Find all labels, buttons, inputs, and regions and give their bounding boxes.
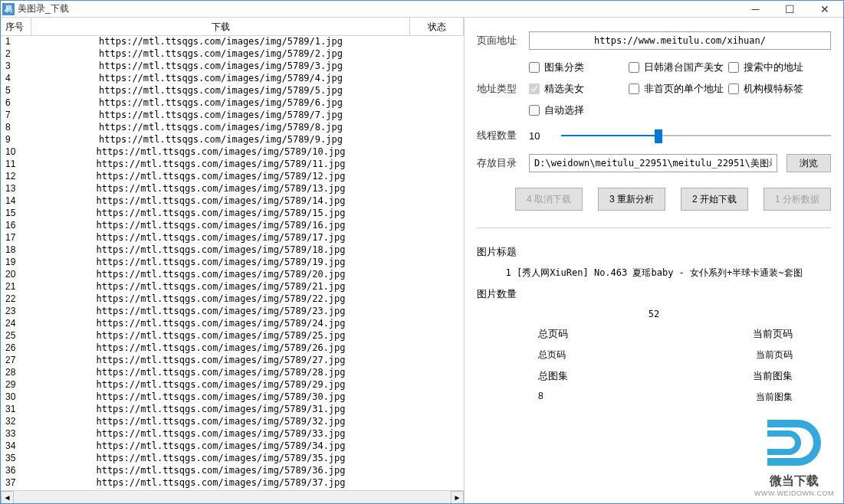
table-row[interactable]: 24https://mtl.ttsqgs.com/images/img/5789…	[1, 318, 464, 330]
slider-thumb[interactable]	[655, 129, 662, 143]
table-row[interactable]: 15https://mtl.ttsqgs.com/images/img/5789…	[1, 208, 464, 220]
table-row[interactable]: 4https://mtl.ttsqgs.com/images/img/5789/…	[1, 73, 464, 85]
table-row[interactable]: 27https://mtl.ttsqgs.com/images/img/5789…	[1, 355, 464, 367]
maximize-button[interactable]: ☐	[773, 2, 807, 17]
checkbox-gallery-category[interactable]: 图集分类	[529, 61, 629, 74]
cell-url: https://mtl.ttsqgs.com/images/img/5789/1…	[31, 257, 410, 269]
table-row[interactable]: 35https://mtl.ttsqgs.com/images/img/5789…	[1, 453, 464, 465]
cell-status	[410, 342, 464, 355]
reanalyze-button[interactable]: 3 重新分析	[598, 188, 665, 211]
table-row[interactable]: 3https://mtl.ttsqgs.com/images/img/5789/…	[1, 61, 464, 73]
cell-status	[410, 183, 464, 195]
cell-status	[410, 85, 464, 97]
close-button[interactable]: ✕	[807, 2, 842, 17]
table-row[interactable]: 31https://mtl.ttsqgs.com/images/img/5789…	[1, 404, 464, 416]
cell-seq: 9	[1, 134, 31, 146]
cell-seq: 34	[1, 440, 31, 453]
table-row[interactable]: 37https://mtl.ttsqgs.com/images/img/5789…	[1, 477, 464, 489]
start-download-button[interactable]: 2 开始下载	[681, 188, 748, 211]
cell-status	[410, 195, 464, 208]
checkbox-search-url[interactable]: 搜索中的地址	[728, 61, 828, 74]
table-row[interactable]: 28https://mtl.ttsqgs.com/images/img/5789…	[1, 367, 464, 379]
checkbox-auto-select[interactable]: 自动选择	[529, 103, 629, 117]
image-title-value: 1 [秀人网XiuRen] No.463 夏瑶baby - 女仆系列+半球卡通装…	[477, 267, 831, 280]
cell-url: https://mtl.ttsqgs.com/images/img/5789/2…	[31, 367, 410, 379]
current-gallery-label: 当前图集	[753, 369, 793, 383]
table-row[interactable]: 17https://mtl.ttsqgs.com/images/img/5789…	[1, 232, 464, 244]
cell-status	[410, 122, 464, 134]
page-url-label: 页面地址	[477, 34, 520, 47]
cell-url: https://mtl.ttsqgs.com/images/img/5789/2…	[31, 330, 410, 342]
divider	[477, 227, 831, 228]
table-row[interactable]: 1https://mtl.ttsqgs.com/images/img/5789/…	[1, 36, 464, 48]
cell-status	[410, 134, 464, 146]
cancel-download-button[interactable]: 4 取消下载	[515, 188, 583, 211]
table-row[interactable]: 36https://mtl.ttsqgs.com/images/img/5789…	[1, 465, 464, 477]
col-header-url[interactable]: 下载	[31, 18, 410, 35]
cell-seq: 27	[1, 355, 31, 367]
table-row[interactable]: 29https://mtl.ttsqgs.com/images/img/5789…	[1, 379, 464, 391]
table-row[interactable]: 2https://mtl.ttsqgs.com/images/img/5789/…	[1, 48, 464, 61]
cell-url: https://mtl.ttsqgs.com/images/img/5789/3…	[31, 416, 410, 428]
table-row[interactable]: 34https://mtl.ttsqgs.com/images/img/5789…	[1, 440, 464, 453]
table-row[interactable]: 13https://mtl.ttsqgs.com/images/img/5789…	[1, 183, 464, 195]
table-row[interactable]: 20https://mtl.ttsqgs.com/images/img/5789…	[1, 269, 464, 281]
table-row[interactable]: 14https://mtl.ttsqgs.com/images/img/5789…	[1, 195, 464, 208]
watermark-logo-icon	[760, 420, 829, 473]
table-row[interactable]: 25https://mtl.ttsqgs.com/images/img/5789…	[1, 330, 464, 342]
cell-seq: 14	[1, 195, 31, 208]
cell-status	[410, 416, 464, 428]
scroll-left-icon[interactable]: ◄	[1, 491, 14, 504]
table-row[interactable]: 23https://mtl.ttsqgs.com/images/img/5789…	[1, 306, 464, 318]
checkbox-org-model-tag[interactable]: 机构模特标签	[728, 82, 828, 96]
col-header-seq[interactable]: 序号	[1, 18, 31, 35]
table-body[interactable]: 1https://mtl.ttsqgs.com/images/img/5789/…	[1, 36, 464, 490]
page-url-input[interactable]	[529, 31, 831, 50]
total-gallery-value: 8	[538, 391, 544, 404]
save-dir-input[interactable]	[529, 154, 777, 172]
table-row[interactable]: 22https://mtl.ttsqgs.com/images/img/5789…	[1, 293, 464, 306]
table-row[interactable]: 9https://mtl.ttsqgs.com/images/img/5789/…	[1, 134, 464, 146]
cell-url: https://mtl.ttsqgs.com/images/img/5789/2…	[31, 269, 410, 281]
table-row[interactable]: 7https://mtl.ttsqgs.com/images/img/5789/…	[1, 110, 464, 122]
cell-seq: 8	[1, 122, 31, 134]
download-list-panel: 序号 下载 状态 1https://mtl.ttsqgs.com/images/…	[1, 18, 465, 503]
table-row[interactable]: 19https://mtl.ttsqgs.com/images/img/5789…	[1, 257, 464, 269]
cell-url: https://mtl.ttsqgs.com/images/img/5789/3…	[31, 453, 410, 465]
table-row[interactable]: 21https://mtl.ttsqgs.com/images/img/5789…	[1, 281, 464, 293]
table-row[interactable]: 16https://mtl.ttsqgs.com/images/img/5789…	[1, 220, 464, 232]
table-row[interactable]: 26https://mtl.ttsqgs.com/images/img/5789…	[1, 342, 464, 355]
minimize-button[interactable]: ─	[738, 2, 773, 17]
image-count-value: 52	[477, 309, 831, 319]
cell-url: https://mtl.ttsqgs.com/images/img/5789/3…	[31, 428, 410, 440]
checkbox-jp-kr-cn[interactable]: 日韩港台国产美女	[629, 61, 728, 74]
thread-slider[interactable]	[561, 128, 831, 143]
cell-url: https://mtl.ttsqgs.com/images/img/5789/2…	[31, 293, 410, 306]
table-row[interactable]: 8https://mtl.ttsqgs.com/images/img/5789/…	[1, 122, 464, 134]
cell-seq: 25	[1, 330, 31, 342]
browse-button[interactable]: 浏览	[787, 154, 831, 172]
col-header-status[interactable]: 状态	[410, 18, 464, 35]
table-row[interactable]: 33https://mtl.ttsqgs.com/images/img/5789…	[1, 428, 464, 440]
table-row[interactable]: 5https://mtl.ttsqgs.com/images/img/5789/…	[1, 85, 464, 97]
cell-seq: 29	[1, 379, 31, 391]
table-row[interactable]: 32https://mtl.ttsqgs.com/images/img/5789…	[1, 416, 464, 428]
scroll-track[interactable]	[14, 491, 451, 504]
cell-seq: 26	[1, 342, 31, 355]
table-row[interactable]: 18https://mtl.ttsqgs.com/images/img/5789…	[1, 244, 464, 257]
table-row[interactable]: 11https://mtl.ttsqgs.com/images/img/5789…	[1, 159, 464, 171]
cell-seq: 11	[1, 159, 31, 171]
scroll-right-icon[interactable]: ►	[451, 491, 464, 504]
analyze-data-button[interactable]: 1 分析数据	[764, 188, 831, 211]
checkbox-featured[interactable]: 精选美女	[529, 82, 629, 96]
cell-seq: 6	[1, 97, 31, 110]
table-row[interactable]: 10https://mtl.ttsqgs.com/images/img/5789…	[1, 146, 464, 159]
table-row[interactable]: 12https://mtl.ttsqgs.com/images/img/5789…	[1, 171, 464, 183]
table-row[interactable]: 30https://mtl.ttsqgs.com/images/img/5789…	[1, 391, 464, 404]
horizontal-scrollbar[interactable]: ◄ ►	[1, 490, 464, 503]
cell-seq: 35	[1, 453, 31, 465]
checkbox-non-home-single[interactable]: 非首页的单个地址	[629, 82, 728, 96]
cell-status	[410, 61, 464, 73]
table-row[interactable]: 6https://mtl.ttsqgs.com/images/img/5789/…	[1, 97, 464, 110]
cell-status	[410, 428, 464, 440]
